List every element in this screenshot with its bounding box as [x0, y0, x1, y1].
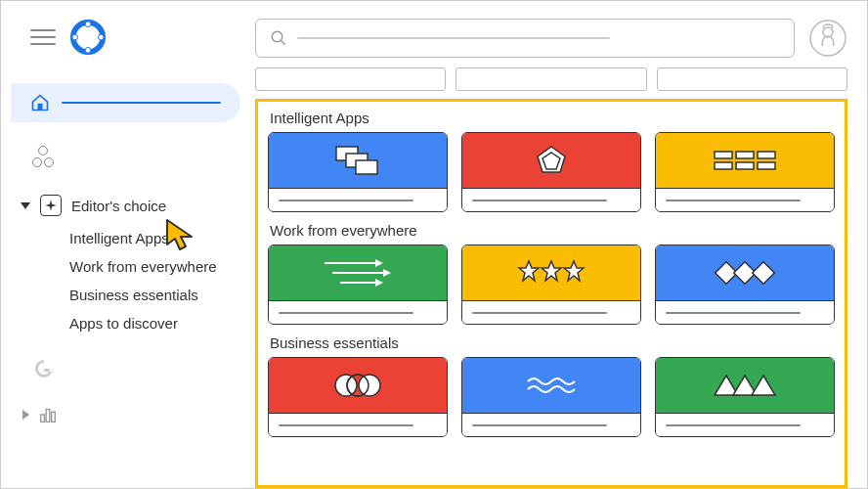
- svg-marker-29: [375, 279, 383, 287]
- card-hero: [656, 358, 834, 413]
- card-hero: [269, 358, 447, 413]
- svg-rect-35: [753, 262, 775, 285]
- card-footer: [462, 413, 640, 436]
- sidebar-header: [11, 19, 255, 56]
- svg-point-36: [335, 375, 357, 396]
- svg-line-10: [281, 40, 285, 45]
- app-card[interactable]: [268, 132, 448, 212]
- card-hero: [462, 358, 640, 413]
- search-input[interactable]: [255, 19, 795, 58]
- app-card[interactable]: [655, 244, 835, 325]
- filter-tab[interactable]: [657, 67, 847, 91]
- main-content: Intelligent Apps: [255, 1, 867, 488]
- nav-google[interactable]: [11, 357, 255, 384]
- card-hero: [656, 245, 834, 300]
- svg-rect-6: [41, 415, 45, 422]
- svg-marker-31: [542, 261, 561, 281]
- editors-choice-label: Editor's choice: [71, 198, 166, 214]
- card-hero: [462, 133, 640, 188]
- caret-down-icon: [21, 202, 30, 209]
- card-footer: [462, 188, 640, 211]
- nav-home-placeholder: [62, 102, 221, 104]
- filter-tabs: [255, 67, 847, 91]
- svg-marker-27: [383, 269, 391, 277]
- hamburger-menu-icon[interactable]: [30, 29, 56, 45]
- card-hero: [269, 245, 447, 300]
- category-apps-to-discover[interactable]: Apps to discover: [69, 309, 255, 337]
- nav-reports[interactable]: [11, 404, 255, 425]
- home-icon: [30, 93, 50, 112]
- stacked-squares-icon: [328, 143, 387, 178]
- svg-marker-30: [519, 261, 539, 281]
- card-footer: [656, 413, 834, 436]
- svg-marker-25: [375, 259, 383, 267]
- card-footer: [269, 413, 447, 436]
- logo-icon: [69, 19, 107, 56]
- nav-editors-choice[interactable]: Editor's choice: [11, 195, 255, 216]
- svg-marker-16: [538, 147, 565, 172]
- svg-point-38: [359, 375, 380, 396]
- overlapping-circles-icon: [328, 372, 387, 399]
- nav-home[interactable]: [11, 83, 240, 122]
- app-card[interactable]: [461, 132, 641, 212]
- svg-rect-23: [758, 162, 775, 169]
- svg-point-9: [272, 31, 282, 42]
- card-footer: [656, 188, 834, 211]
- card-row: [268, 357, 835, 437]
- card-hero: [462, 245, 640, 300]
- search-icon: [270, 29, 287, 47]
- card-footer: [656, 300, 834, 324]
- waves-icon: [522, 372, 581, 399]
- triangles-icon: [711, 372, 779, 399]
- category-list: Intelligent Apps Work from everywhere Bu…: [11, 224, 255, 337]
- nav-categories[interactable]: [11, 146, 255, 167]
- caret-right-icon: [22, 410, 29, 420]
- svg-rect-15: [356, 160, 377, 174]
- svg-rect-19: [736, 152, 754, 158]
- svg-point-11: [810, 21, 846, 56]
- filter-tab[interactable]: [255, 67, 446, 91]
- svg-rect-21: [715, 162, 732, 169]
- svg-point-3: [72, 34, 78, 40]
- app-card[interactable]: [461, 357, 641, 437]
- card-hero: [269, 133, 447, 188]
- svg-rect-7: [46, 410, 50, 422]
- card-row: [268, 132, 835, 212]
- card-footer: [462, 300, 640, 324]
- profile-avatar[interactable]: [808, 19, 847, 58]
- svg-rect-22: [736, 162, 754, 169]
- circles-icon: [32, 146, 54, 167]
- section-title-business-essentials: Business essentials: [270, 334, 835, 351]
- svg-rect-8: [52, 412, 56, 422]
- svg-rect-20: [758, 152, 775, 158]
- arrows-right-icon: [319, 255, 397, 290]
- svg-rect-18: [715, 152, 732, 158]
- category-business-essentials[interactable]: Business essentials: [69, 281, 255, 309]
- svg-point-4: [98, 34, 104, 40]
- section-title-intelligent-apps: Intelligent Apps: [270, 110, 835, 126]
- svg-point-2: [85, 47, 91, 53]
- svg-point-1: [85, 22, 91, 27]
- app-card[interactable]: [461, 244, 641, 325]
- app-card[interactable]: [268, 244, 448, 325]
- pentagon-icon: [534, 143, 569, 178]
- card-footer: [269, 188, 447, 211]
- stars-icon: [517, 259, 586, 287]
- app-card[interactable]: [268, 357, 448, 437]
- app-card[interactable]: [655, 132, 835, 212]
- search-placeholder: [297, 37, 610, 39]
- svg-marker-42: [752, 376, 775, 395]
- grid-blocks-icon: [711, 149, 779, 172]
- filter-tab[interactable]: [456, 67, 646, 91]
- bar-chart-icon: [37, 404, 59, 425]
- category-work-from-everywhere[interactable]: Work from everywhere: [69, 252, 255, 281]
- sparkle-icon: [40, 195, 62, 216]
- sidebar: Editor's choice Intelligent Apps Work fr…: [1, 1, 255, 488]
- top-bar: [255, 19, 847, 58]
- card-hero: [656, 133, 834, 188]
- app-card[interactable]: [655, 357, 835, 437]
- section-title-work-from-everywhere: Work from everywhere: [270, 222, 835, 239]
- category-intelligent-apps[interactable]: Intelligent Apps: [69, 224, 255, 252]
- diamonds-icon: [711, 259, 779, 287]
- card-footer: [269, 300, 447, 324]
